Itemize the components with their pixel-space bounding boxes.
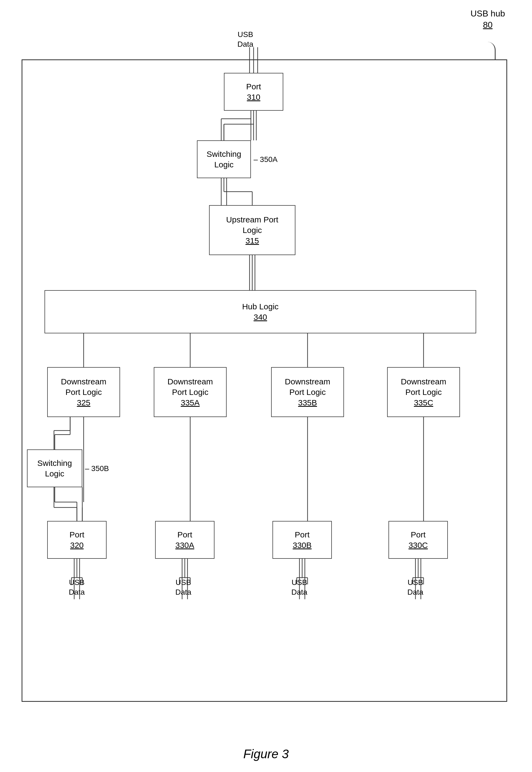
downstream-335A-number: 335A [181,397,200,408]
switching-350B-box: SwitchingLogic [27,450,82,487]
switching-350A-box: SwitchingLogic [197,140,251,178]
figure-caption-text: Figure 3 [243,747,289,761]
switching-350A-ref: – 350A [254,155,278,164]
downstream-335C-number: 335C [414,397,433,408]
upstream-315-number: 315 [245,235,259,246]
downstream-335C-label: DownstreamPort Logic [401,376,446,397]
port-330B-number: 330B [293,540,312,550]
port-330B-label: Port [295,529,309,540]
port-320-label: Port [69,529,84,540]
downstream-335A-label: DownstreamPort Logic [168,376,213,397]
usb-data-330C-label: USBData [407,578,423,597]
downstream-335A-box: DownstreamPort Logic 335A [154,367,227,417]
hub-340-label: Hub Logic [242,301,278,312]
port-310-number: 310 [247,92,260,102]
downstream-335B-label: DownstreamPort Logic [285,376,330,397]
usb-data-330A-label: USBData [175,578,191,597]
port-330B-box: Port 330B [272,521,332,559]
port-310-label: Port [246,81,261,92]
downstream-335B-box: DownstreamPort Logic 335B [271,367,344,417]
upstream-315-label: Upstream PortLogic [226,214,278,235]
usb-data-top-label: USBData [237,30,253,49]
port-320-box: Port 320 [47,521,107,559]
port-330C-label: Port [411,529,425,540]
hub-340-box: Hub Logic 340 [45,290,476,333]
port-330C-box: Port 330C [388,521,448,559]
downstream-325-number: 325 [77,397,90,408]
usb-hub-label: USB hub80 [470,8,505,30]
port-330A-number: 330A [175,540,194,550]
hub-corner-line [479,42,496,61]
port-320-number: 320 [70,540,84,550]
port-310-box: Port 310 [224,73,283,111]
downstream-335B-number: 335B [298,397,317,408]
usb-data-330B-label: USBData [291,578,307,597]
port-330C-number: 330C [408,540,428,550]
port-330A-box: Port 330A [155,521,214,559]
downstream-335C-box: DownstreamPort Logic 335C [387,367,460,417]
page: USB hub80 USBData Port 310 SwitchingLogi… [0,0,532,772]
downstream-325-box: DownstreamPort Logic 325 [47,367,120,417]
switching-350B-label: SwitchingLogic [37,458,72,479]
switching-350B-ref: – 350B [85,464,109,473]
switching-350A-label: SwitchingLogic [207,149,241,170]
hub-340-number: 340 [254,312,267,322]
usb-hub-text: USB hub80 [470,9,505,30]
downstream-325-label: DownstreamPort Logic [61,376,106,397]
usb-data-320-label: USBData [69,578,85,597]
figure-caption: Figure 3 [0,747,532,761]
port-330A-label: Port [177,529,192,540]
upstream-315-box: Upstream PortLogic 315 [209,205,295,255]
